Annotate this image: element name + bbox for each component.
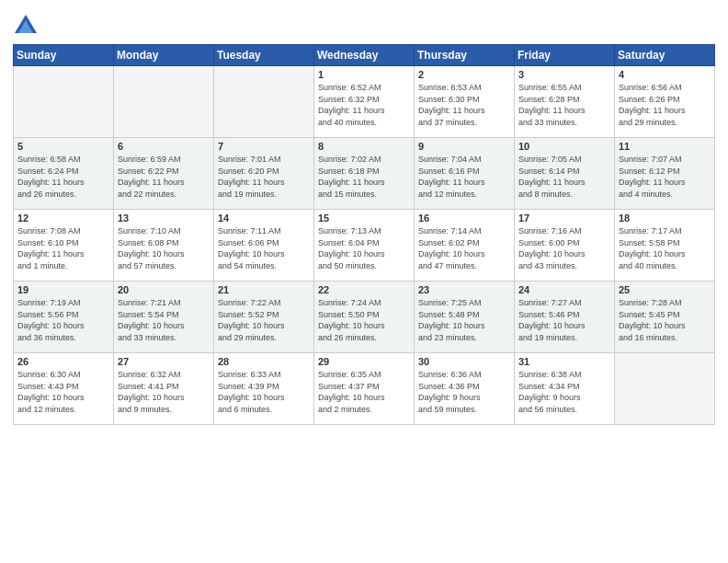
calendar-cell: 4Sunrise: 6:56 AM Sunset: 6:26 PM Daylig… [615, 66, 715, 138]
calendar-cell: 21Sunrise: 7:22 AM Sunset: 5:52 PM Dayli… [214, 282, 314, 353]
calendar-week-row: 26Sunrise: 6:30 AM Sunset: 4:43 PM Dayli… [14, 353, 715, 425]
day-info: Sunrise: 7:14 AM Sunset: 6:02 PM Dayligh… [418, 225, 510, 271]
day-info: Sunrise: 7:11 AM Sunset: 6:06 PM Dayligh… [218, 225, 310, 271]
day-info: Sunrise: 7:22 AM Sunset: 5:52 PM Dayligh… [218, 297, 310, 343]
calendar-cell: 7Sunrise: 7:01 AM Sunset: 6:20 PM Daylig… [214, 138, 314, 210]
calendar-cell: 23Sunrise: 7:25 AM Sunset: 5:48 PM Dayli… [415, 282, 515, 353]
calendar-cell [615, 353, 715, 425]
day-info: Sunrise: 6:38 AM Sunset: 4:34 PM Dayligh… [518, 369, 610, 415]
day-number: 4 [619, 69, 711, 80]
calendar-cell: 9Sunrise: 7:04 AM Sunset: 6:16 PM Daylig… [415, 138, 515, 210]
day-number: 20 [118, 284, 210, 295]
calendar-cell: 8Sunrise: 7:02 AM Sunset: 6:18 PM Daylig… [314, 138, 415, 210]
day-header-friday: Friday [515, 45, 615, 66]
day-number: 13 [118, 213, 210, 224]
day-number: 30 [418, 356, 510, 367]
day-info: Sunrise: 7:04 AM Sunset: 6:16 PM Dayligh… [418, 154, 510, 200]
day-number: 9 [418, 141, 510, 152]
calendar-cell: 3Sunrise: 6:55 AM Sunset: 6:28 PM Daylig… [515, 66, 615, 138]
page-container: SundayMondayTuesdayWednesdayThursdayFrid… [0, 0, 728, 431]
logo-icon [13, 13, 39, 39]
day-info: Sunrise: 6:55 AM Sunset: 6:28 PM Dayligh… [518, 82, 610, 128]
header [13, 9, 715, 39]
day-info: Sunrise: 7:10 AM Sunset: 6:08 PM Dayligh… [118, 225, 210, 271]
day-number: 5 [17, 141, 109, 152]
day-number: 15 [318, 213, 410, 224]
calendar-cell: 13Sunrise: 7:10 AM Sunset: 6:08 PM Dayli… [114, 210, 214, 282]
day-info: Sunrise: 7:08 AM Sunset: 6:10 PM Dayligh… [17, 225, 109, 271]
day-info: Sunrise: 7:24 AM Sunset: 5:50 PM Dayligh… [318, 297, 410, 343]
day-info: Sunrise: 6:53 AM Sunset: 6:30 PM Dayligh… [418, 82, 510, 128]
day-number: 11 [619, 141, 711, 152]
day-info: Sunrise: 7:13 AM Sunset: 6:04 PM Dayligh… [318, 225, 410, 271]
day-header-monday: Monday [114, 45, 214, 66]
day-header-wednesday: Wednesday [314, 45, 415, 66]
calendar-week-row: 12Sunrise: 7:08 AM Sunset: 6:10 PM Dayli… [14, 210, 715, 282]
day-number: 16 [418, 213, 510, 224]
calendar-cell [14, 66, 114, 138]
calendar-cell: 10Sunrise: 7:05 AM Sunset: 6:14 PM Dayli… [515, 138, 615, 210]
calendar-week-row: 1Sunrise: 6:52 AM Sunset: 6:32 PM Daylig… [14, 66, 715, 138]
day-info: Sunrise: 7:21 AM Sunset: 5:54 PM Dayligh… [118, 297, 210, 343]
logo [13, 13, 42, 39]
day-info: Sunrise: 7:01 AM Sunset: 6:20 PM Dayligh… [218, 154, 310, 200]
calendar-table: SundayMondayTuesdayWednesdayThursdayFrid… [13, 44, 715, 425]
day-number: 19 [17, 284, 109, 295]
day-number: 17 [518, 213, 610, 224]
calendar-cell: 24Sunrise: 7:27 AM Sunset: 5:46 PM Dayli… [515, 282, 615, 353]
day-number: 2 [418, 69, 510, 80]
day-header-tuesday: Tuesday [214, 45, 314, 66]
day-number: 8 [318, 141, 410, 152]
calendar-cell: 20Sunrise: 7:21 AM Sunset: 5:54 PM Dayli… [114, 282, 214, 353]
calendar-cell: 30Sunrise: 6:36 AM Sunset: 4:36 PM Dayli… [415, 353, 515, 425]
day-info: Sunrise: 7:02 AM Sunset: 6:18 PM Dayligh… [318, 154, 410, 200]
calendar-cell [214, 66, 314, 138]
day-number: 23 [418, 284, 510, 295]
calendar-cell: 28Sunrise: 6:33 AM Sunset: 4:39 PM Dayli… [214, 353, 314, 425]
day-number: 24 [518, 284, 610, 295]
day-number: 21 [218, 284, 310, 295]
day-number: 12 [17, 213, 109, 224]
calendar-cell: 17Sunrise: 7:16 AM Sunset: 6:00 PM Dayli… [515, 210, 615, 282]
day-number: 29 [318, 356, 410, 367]
calendar-cell: 26Sunrise: 6:30 AM Sunset: 4:43 PM Dayli… [14, 353, 114, 425]
calendar-cell: 2Sunrise: 6:53 AM Sunset: 6:30 PM Daylig… [415, 66, 515, 138]
day-number: 28 [218, 356, 310, 367]
day-info: Sunrise: 7:17 AM Sunset: 5:58 PM Dayligh… [619, 225, 711, 271]
calendar-cell: 22Sunrise: 7:24 AM Sunset: 5:50 PM Dayli… [314, 282, 415, 353]
calendar-cell: 6Sunrise: 6:59 AM Sunset: 6:22 PM Daylig… [114, 138, 214, 210]
day-number: 7 [218, 141, 310, 152]
calendar-cell: 14Sunrise: 7:11 AM Sunset: 6:06 PM Dayli… [214, 210, 314, 282]
days-of-week-row: SundayMondayTuesdayWednesdayThursdayFrid… [14, 45, 715, 66]
day-info: Sunrise: 6:30 AM Sunset: 4:43 PM Dayligh… [17, 369, 109, 415]
day-info: Sunrise: 6:52 AM Sunset: 6:32 PM Dayligh… [318, 82, 410, 128]
calendar-week-row: 5Sunrise: 6:58 AM Sunset: 6:24 PM Daylig… [14, 138, 715, 210]
calendar-cell: 25Sunrise: 7:28 AM Sunset: 5:45 PM Dayli… [615, 282, 715, 353]
day-number: 26 [17, 356, 109, 367]
day-info: Sunrise: 7:28 AM Sunset: 5:45 PM Dayligh… [619, 297, 711, 343]
calendar-cell: 11Sunrise: 7:07 AM Sunset: 6:12 PM Dayli… [615, 138, 715, 210]
day-info: Sunrise: 6:32 AM Sunset: 4:41 PM Dayligh… [118, 369, 210, 415]
calendar-week-row: 19Sunrise: 7:19 AM Sunset: 5:56 PM Dayli… [14, 282, 715, 353]
day-number: 22 [318, 284, 410, 295]
day-number: 27 [118, 356, 210, 367]
day-info: Sunrise: 7:27 AM Sunset: 5:46 PM Dayligh… [518, 297, 610, 343]
day-info: Sunrise: 6:59 AM Sunset: 6:22 PM Dayligh… [118, 154, 210, 200]
calendar-cell: 1Sunrise: 6:52 AM Sunset: 6:32 PM Daylig… [314, 66, 415, 138]
calendar-cell: 29Sunrise: 6:35 AM Sunset: 4:37 PM Dayli… [314, 353, 415, 425]
day-number: 31 [518, 356, 610, 367]
calendar-cell: 31Sunrise: 6:38 AM Sunset: 4:34 PM Dayli… [515, 353, 615, 425]
day-info: Sunrise: 7:19 AM Sunset: 5:56 PM Dayligh… [17, 297, 109, 343]
day-number: 6 [118, 141, 210, 152]
day-info: Sunrise: 7:07 AM Sunset: 6:12 PM Dayligh… [619, 154, 711, 200]
day-info: Sunrise: 7:05 AM Sunset: 6:14 PM Dayligh… [518, 154, 610, 200]
day-number: 1 [318, 69, 410, 80]
day-number: 18 [619, 213, 711, 224]
calendar-cell: 5Sunrise: 6:58 AM Sunset: 6:24 PM Daylig… [14, 138, 114, 210]
calendar-cell: 27Sunrise: 6:32 AM Sunset: 4:41 PM Dayli… [114, 353, 214, 425]
day-info: Sunrise: 6:33 AM Sunset: 4:39 PM Dayligh… [218, 369, 310, 415]
day-info: Sunrise: 6:35 AM Sunset: 4:37 PM Dayligh… [318, 369, 410, 415]
calendar-header: SundayMondayTuesdayWednesdayThursdayFrid… [14, 45, 715, 66]
day-header-sunday: Sunday [14, 45, 114, 66]
day-number: 25 [619, 284, 711, 295]
